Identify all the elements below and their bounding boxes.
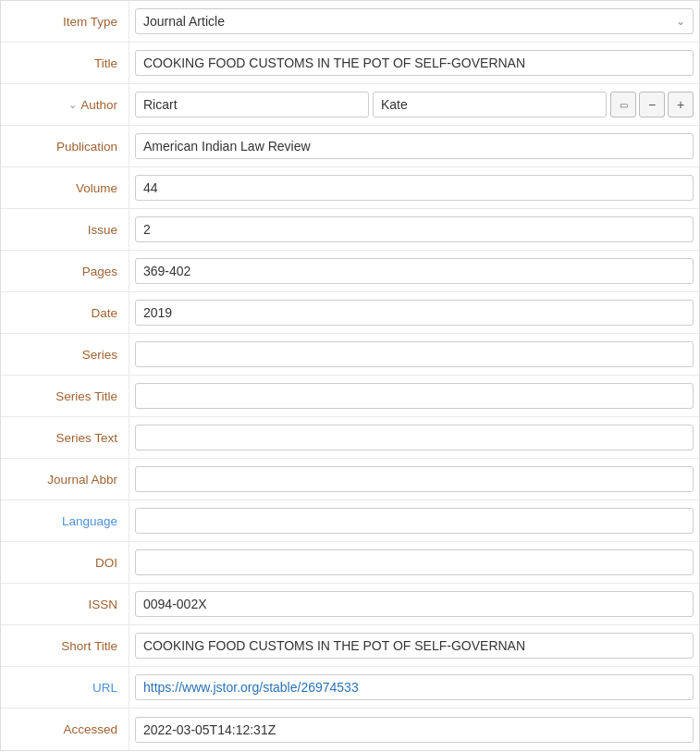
publication-input[interactable] xyxy=(135,133,694,159)
title-input[interactable] xyxy=(135,50,694,76)
item-type-text: Journal Article xyxy=(143,14,225,29)
issue-value xyxy=(129,209,699,250)
title-row: Title xyxy=(1,43,699,84)
date-row: Date xyxy=(1,292,699,334)
author-row: ⌄ Author ▭ − + xyxy=(1,84,699,126)
issn-label: ISSN xyxy=(1,584,129,624)
short-title-label: Short Title xyxy=(1,625,129,666)
item-type-row: Item Type Journal Article ⌄ xyxy=(1,1,699,43)
series-text-input[interactable] xyxy=(135,425,694,450)
author-remove-button[interactable]: − xyxy=(639,92,665,117)
issue-input[interactable] xyxy=(135,216,694,242)
series-text-label: Series Text xyxy=(1,417,129,458)
volume-label: Volume xyxy=(1,167,129,208)
pages-input[interactable] xyxy=(135,258,694,284)
dropdown-arrow-icon: ⌄ xyxy=(676,15,685,28)
journal-abbr-value xyxy=(129,459,699,499)
series-row: Series xyxy=(1,334,699,376)
doi-row: DOI xyxy=(1,542,699,584)
series-input[interactable] xyxy=(135,341,694,367)
short-title-input[interactable] xyxy=(135,633,694,659)
series-value xyxy=(129,334,699,375)
chevron-icon: ⌄ xyxy=(68,99,77,111)
item-type-dropdown[interactable]: Journal Article ⌄ xyxy=(135,8,694,34)
publication-row: Publication xyxy=(1,126,699,167)
title-label: Title xyxy=(1,43,129,83)
publication-label: Publication xyxy=(1,126,129,166)
item-type-value: Journal Article ⌄ xyxy=(129,1,699,42)
author-buttons: ▭ − + xyxy=(610,92,694,117)
series-title-label: Series Title xyxy=(1,376,129,416)
item-type-label: Item Type xyxy=(1,1,129,42)
date-value xyxy=(129,292,699,333)
short-title-row: Short Title xyxy=(1,625,699,667)
doi-value xyxy=(129,542,699,583)
issn-value xyxy=(129,584,699,624)
title-value xyxy=(129,43,699,83)
author-last-name-input[interactable] xyxy=(135,92,369,117)
publication-value xyxy=(129,126,699,166)
info-panel: Item Type Journal Article ⌄ Title ⌄ Auth… xyxy=(0,0,700,751)
volume-row: Volume xyxy=(1,167,699,209)
series-title-row: Series Title xyxy=(1,376,699,417)
url-value xyxy=(129,667,699,708)
accessed-input[interactable] xyxy=(135,717,694,743)
url-input[interactable] xyxy=(135,674,694,700)
accessed-label: Accessed xyxy=(1,709,129,750)
series-title-input[interactable] xyxy=(135,383,694,409)
language-row: Language xyxy=(1,500,699,542)
journal-abbr-label: Journal Abbr xyxy=(1,459,129,499)
doi-label: DOI xyxy=(1,542,129,583)
pages-row: Pages xyxy=(1,251,699,292)
date-label: Date xyxy=(1,292,129,333)
issue-label: Issue xyxy=(1,209,129,250)
date-input[interactable] xyxy=(135,300,694,326)
url-label: URL xyxy=(1,667,129,708)
series-text-value xyxy=(129,417,699,458)
series-title-value xyxy=(129,376,699,416)
short-title-value xyxy=(129,625,699,666)
series-label: Series xyxy=(1,334,129,375)
journal-abbr-row: Journal Abbr xyxy=(1,459,699,500)
pages-value xyxy=(129,251,699,291)
volume-value xyxy=(129,167,699,208)
journal-abbr-input[interactable] xyxy=(135,466,694,492)
doi-input[interactable] xyxy=(135,549,694,575)
issn-input[interactable] xyxy=(135,591,694,617)
series-text-row: Series Text xyxy=(1,417,699,459)
author-fields: ▭ − + xyxy=(129,84,699,125)
author-copy-button[interactable]: ▭ xyxy=(610,92,636,117)
language-input[interactable] xyxy=(135,508,694,534)
url-row: URL xyxy=(1,667,699,709)
issue-row: Issue xyxy=(1,209,699,251)
author-first-name-input[interactable] xyxy=(373,92,607,117)
language-label: Language xyxy=(1,500,129,541)
issn-row: ISSN xyxy=(1,584,699,625)
author-label: ⌄ Author xyxy=(1,84,129,125)
volume-input[interactable] xyxy=(135,175,694,201)
accessed-value xyxy=(129,709,699,750)
pages-label: Pages xyxy=(1,251,129,291)
author-add-button[interactable]: + xyxy=(668,92,694,117)
author-inputs-container xyxy=(135,92,607,117)
accessed-row: Accessed xyxy=(1,709,699,750)
language-value xyxy=(129,500,699,541)
